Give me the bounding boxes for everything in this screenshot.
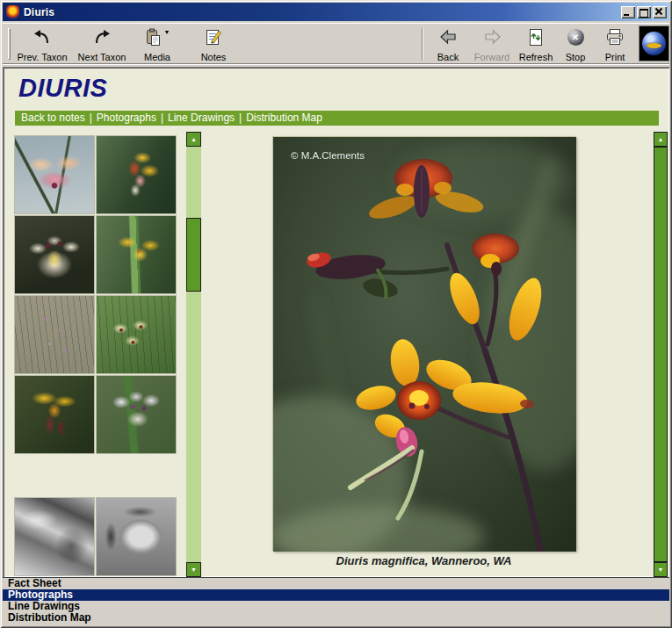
section-item-line-drawings[interactable]: Line Drawings [3, 601, 669, 612]
photo-caption: Diuris magnifica, Wanneroo, WA [272, 554, 575, 567]
gallery-thumbnail-7[interactable] [15, 376, 94, 453]
globe-icon [642, 32, 666, 55]
toolbar-gripper[interactable] [8, 28, 11, 60]
section-item-photographs[interactable]: Photographs [3, 589, 669, 601]
main-photo: © M.A.Clements [272, 136, 575, 551]
print-label: Print [605, 52, 625, 62]
nav-link-distribution-map[interactable]: Distribution Map [246, 112, 322, 124]
page-scrollbar[interactable]: ▲ ▼ [654, 132, 668, 577]
section-item-fact-sheet[interactable]: Fact Sheet [3, 578, 669, 589]
content-pane: DIURIS Back to notes|Photographs|Line Dr… [3, 67, 669, 577]
main-photo-art: © M.A.Clements [273, 137, 576, 552]
stop-circle-icon: ✕ [567, 29, 584, 46]
nav-separator: | [239, 112, 242, 124]
nav-bar: Back to notes|Photographs|Line Drawings|… [15, 111, 659, 126]
scroll-up-icon[interactable]: ▲ [186, 132, 201, 147]
redo-arrow-icon [92, 27, 112, 47]
gallery-thumbnail-2[interactable] [97, 136, 176, 213]
forward-label: Forward [474, 52, 509, 62]
forward-arrow-icon [483, 27, 502, 47]
stop-label: Stop [566, 52, 586, 62]
gallery-scrollbar-thumb[interactable] [186, 218, 201, 292]
prev-taxon-button[interactable]: Prev. Taxon [13, 27, 71, 62]
gallery-thumbnail-6[interactable] [97, 296, 176, 373]
application-window: Diuris Prev. Taxon Next Taxon ▼ [0, 0, 672, 628]
scroll-down-icon[interactable]: ▼ [654, 562, 668, 577]
gallery-thumbnail-10[interactable] [97, 498, 176, 575]
gallery-thumbnail-1[interactable] [15, 136, 94, 213]
brand-globe-logo [639, 25, 669, 61]
next-taxon-button[interactable]: Next Taxon [73, 27, 131, 62]
nav-separator: | [90, 112, 92, 124]
gallery-thumbnail-8[interactable] [97, 376, 176, 453]
scroll-down-icon[interactable]: ▼ [186, 562, 201, 577]
photo-copyright: © M.A.Clements [291, 150, 365, 161]
print-button[interactable]: Print [596, 27, 633, 62]
back-label: Back [437, 52, 459, 62]
nav-link-line-drawings[interactable]: Line Drawings [168, 112, 235, 124]
notes-label: Notes [201, 52, 227, 62]
notes-document-icon [204, 27, 223, 47]
app-orchid-icon[interactable] [6, 5, 19, 18]
undo-arrow-icon [33, 27, 52, 47]
close-button[interactable] [653, 6, 667, 18]
back-arrow-icon [439, 27, 458, 47]
gallery-thumbnail-9[interactable] [15, 498, 94, 575]
nav-separator: | [161, 112, 163, 124]
page-title: DIURIS [18, 74, 107, 103]
notes-button[interactable]: Notes [191, 27, 236, 62]
refresh-button[interactable]: Refresh [516, 27, 556, 62]
toolbar-separator [422, 28, 423, 61]
thumbnail-grid [15, 136, 176, 575]
scroll-up-icon[interactable]: ▲ [654, 132, 668, 147]
nav-link-photographs[interactable]: Photographs [97, 112, 156, 124]
refresh-label: Refresh [519, 52, 553, 62]
titlebar: Diuris [3, 3, 669, 21]
forward-button[interactable]: Forward [470, 27, 514, 62]
nav-link-back-to-notes[interactable]: Back to notes [21, 112, 85, 124]
maximize-button[interactable] [637, 6, 651, 18]
media-label: Media [144, 52, 170, 62]
minimize-button[interactable] [621, 6, 635, 18]
media-button[interactable]: ▼ Media [133, 27, 182, 62]
section-list: Fact Sheet Photographs Line Drawings Dis… [3, 577, 669, 625]
media-clipboard-icon: ▼ [145, 27, 170, 47]
gallery-thumbnail-3[interactable] [15, 216, 94, 293]
printer-icon [605, 27, 625, 47]
next-taxon-label: Next Taxon [78, 52, 126, 62]
page-scrollbar-thumb[interactable] [654, 147, 668, 562]
back-button[interactable]: Back [430, 27, 466, 62]
section-item-distribution-map[interactable]: Distribution Map [3, 612, 669, 624]
stop-button[interactable]: ✕ Stop [557, 27, 594, 62]
gallery-thumbnail-4[interactable] [97, 216, 176, 293]
window-title: Diuris [24, 6, 54, 18]
prev-taxon-label: Prev. Taxon [17, 52, 67, 62]
gallery-thumbnail-5[interactable] [15, 296, 94, 373]
refresh-document-icon [528, 27, 544, 47]
gallery-scrollbar[interactable]: ▲ ▼ [186, 132, 201, 577]
toolbar: Prev. Taxon Next Taxon ▼ Media Notes [3, 23, 669, 64]
media-dropdown-icon[interactable]: ▼ [164, 29, 170, 35]
